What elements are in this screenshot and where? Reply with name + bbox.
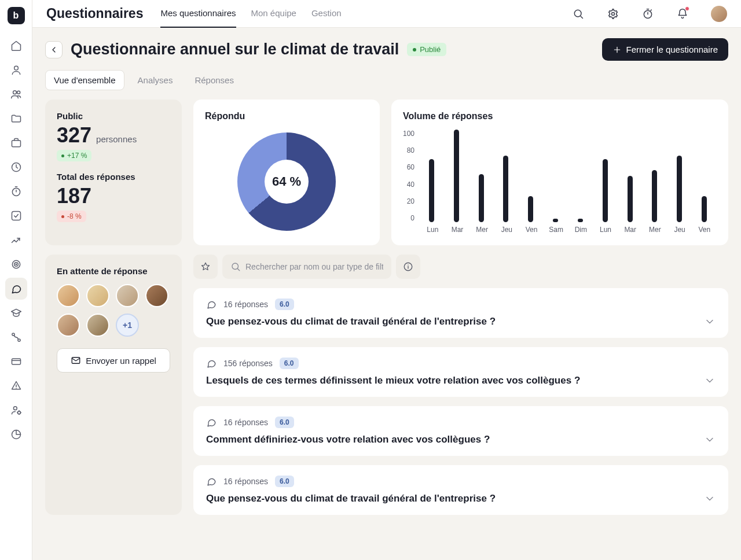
nav-pie[interactable] xyxy=(5,423,27,445)
nav-home[interactable] xyxy=(5,35,27,57)
bar-column xyxy=(568,130,593,222)
logo[interactable]: b xyxy=(8,7,25,24)
chevron-down-icon[interactable] xyxy=(704,375,716,386)
search-box[interactable] xyxy=(222,255,391,279)
question-card[interactable]: 16 réponses 6.0 Que pensez-vous du clima… xyxy=(193,288,728,338)
nav-briefcase[interactable] xyxy=(5,132,27,154)
bar-column xyxy=(494,130,519,222)
sidebar-nav: b xyxy=(0,0,32,560)
question-score: 6.0 xyxy=(275,417,294,428)
nav-user-settings[interactable] xyxy=(5,399,27,421)
question-score: 6.0 xyxy=(275,299,294,310)
stat-public-label: Public xyxy=(57,111,170,121)
bar xyxy=(702,196,707,222)
stats-card: Public 327 personnes +17 % Total des rép… xyxy=(45,100,182,245)
x-label: Jeu xyxy=(667,226,692,234)
response-count: 156 réponses xyxy=(223,359,273,368)
y-tick: 40 xyxy=(407,180,414,189)
avatar[interactable] xyxy=(86,284,109,307)
avatar-more[interactable]: +1 xyxy=(116,314,139,337)
notifications-icon[interactable] xyxy=(673,4,692,24)
user-avatar[interactable] xyxy=(711,6,727,22)
avatar[interactable] xyxy=(86,314,109,337)
bar-column xyxy=(543,130,568,222)
top-tab-my[interactable]: Mes questionnaires xyxy=(160,0,236,28)
chevron-down-icon[interactable] xyxy=(704,493,716,504)
nav-folder[interactable] xyxy=(5,108,27,130)
subtab-analysis[interactable]: Analyses xyxy=(129,70,182,90)
bar xyxy=(628,176,633,222)
donut-center-value: 64 % xyxy=(265,160,309,204)
send-reminder-button[interactable]: Envoyer un rappel xyxy=(57,348,170,373)
subtab-overview[interactable]: Vue d'ensemble xyxy=(45,70,124,90)
nav-card[interactable] xyxy=(5,351,27,373)
nav-target[interactable] xyxy=(5,253,27,275)
y-tick: 100 xyxy=(403,130,414,138)
x-label: Lun xyxy=(420,226,445,234)
question-card[interactable]: 156 réponses 6.0 Lesquels de ces termes … xyxy=(193,347,728,397)
svg-point-9 xyxy=(16,264,17,265)
bar xyxy=(652,170,657,222)
x-label: Mer xyxy=(643,226,667,234)
bar-chart-card: Volume de réponses 100806040200 LunMarMe… xyxy=(391,100,728,245)
top-tab-manage[interactable]: Gestion xyxy=(311,0,342,28)
stat-public-value: 327 xyxy=(57,123,91,148)
chevron-down-icon[interactable] xyxy=(704,316,716,327)
favorite-button[interactable] xyxy=(193,255,218,279)
stat-public-delta: +17 % xyxy=(57,150,91,161)
y-tick: 20 xyxy=(407,197,414,205)
nav-clock[interactable] xyxy=(5,156,27,178)
nav-graduation[interactable] xyxy=(5,302,27,324)
x-label: Ven xyxy=(519,226,544,234)
nav-warning[interactable] xyxy=(5,375,27,397)
settings-icon[interactable] xyxy=(603,4,623,24)
back-button[interactable] xyxy=(45,41,63,58)
y-tick: 0 xyxy=(410,214,414,222)
question-text: Comment définiriez-vous votre relation a… xyxy=(206,434,704,445)
info-button[interactable] xyxy=(396,255,420,279)
nav-chat[interactable] xyxy=(5,278,27,300)
x-label: Mer xyxy=(469,226,494,234)
top-tab-team[interactable]: Mon équipe xyxy=(251,0,296,28)
main-content: Questionnaire annuel sur le climat de tr… xyxy=(32,28,741,560)
avatar[interactable] xyxy=(57,314,80,337)
subtabs: Vue d'ensemble Analyses Réponses xyxy=(45,70,728,90)
donut-title: Répondu xyxy=(205,111,368,121)
close-button-label: Fermer le questionnaire xyxy=(626,45,718,54)
bar-column xyxy=(692,130,717,222)
x-label: Mar xyxy=(445,226,470,234)
bar xyxy=(429,159,434,222)
y-tick: 60 xyxy=(407,163,414,171)
avatar[interactable] xyxy=(57,284,80,307)
svg-point-0 xyxy=(14,66,18,70)
nav-users[interactable] xyxy=(5,83,27,105)
nav-trend[interactable] xyxy=(5,229,27,251)
svg-point-1 xyxy=(13,91,16,94)
timer-icon[interactable] xyxy=(638,4,658,24)
donut-card: Répondu 64 % xyxy=(193,100,380,245)
nav-stopwatch[interactable] xyxy=(5,180,27,202)
subtab-responses[interactable]: Réponses xyxy=(186,70,243,90)
topbar: Questionnaires Mes questionnaires Mon éq… xyxy=(32,0,741,28)
question-card[interactable]: 16 réponses 6.0 Comment définiriez-vous … xyxy=(193,406,728,456)
close-questionnaire-button[interactable]: Fermer le questionnaire xyxy=(602,38,728,61)
search-icon[interactable] xyxy=(568,4,588,24)
avatar[interactable] xyxy=(116,284,139,307)
svg-point-15 xyxy=(574,10,581,17)
nav-user[interactable] xyxy=(5,59,27,81)
y-axis: 100806040200 xyxy=(403,130,419,222)
question-card[interactable]: 16 réponses 6.0 Que pensez-vous du clima… xyxy=(193,465,728,515)
question-text: Que pensez-vous du climat de travail gén… xyxy=(206,493,704,504)
nav-check[interactable] xyxy=(5,205,27,227)
chevron-down-icon[interactable] xyxy=(704,434,716,445)
stat-total-delta: -8 % xyxy=(57,211,86,222)
bar xyxy=(503,156,508,222)
nav-flow[interactable] xyxy=(5,326,27,348)
donut-chart: 64 % xyxy=(237,132,336,231)
awaiting-avatars: +1 xyxy=(57,284,170,337)
svg-point-13 xyxy=(13,407,17,410)
page-title: Questionnaire annuel sur le climat de tr… xyxy=(71,40,399,58)
search-input[interactable] xyxy=(245,262,383,271)
avatar[interactable] xyxy=(145,284,168,307)
x-label: Mar xyxy=(618,226,643,234)
